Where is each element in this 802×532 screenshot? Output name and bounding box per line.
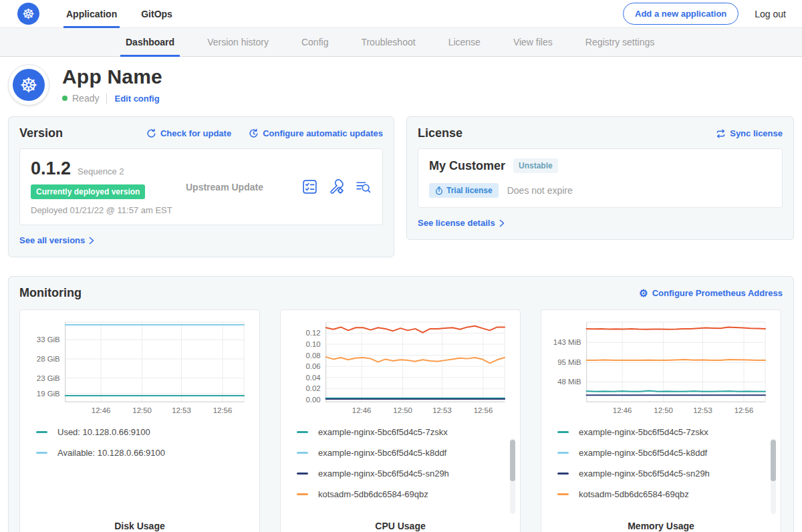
cpu-usage-chart-card: 0.120.100.080.060.040.020.0012:4612:5012… bbox=[280, 309, 521, 532]
app-avatar: ☸ bbox=[8, 64, 49, 106]
logout-button[interactable]: Log out bbox=[755, 9, 786, 19]
legend-item: Available: 10.128.0.66:9100 bbox=[36, 448, 253, 458]
status-text: Ready bbox=[72, 93, 99, 104]
svg-text:143 MiB: 143 MiB bbox=[553, 338, 581, 346]
svg-text:12:56: 12:56 bbox=[734, 406, 754, 414]
tab-view-files[interactable]: View files bbox=[513, 28, 553, 57]
svg-text:12:53: 12:53 bbox=[693, 406, 712, 414]
scrollbar-thumb[interactable] bbox=[771, 440, 776, 481]
schedule-clock-icon bbox=[249, 128, 259, 138]
legend-item: example-nginx-5bc6f5d4c5-k8ddf bbox=[557, 448, 774, 458]
svg-text:12:50: 12:50 bbox=[393, 406, 412, 414]
svg-text:12:50: 12:50 bbox=[132, 406, 152, 414]
legend-label: kotsadm-5db6dc6584-69qbz bbox=[579, 489, 689, 499]
kubernetes-logo-icon: ☸ bbox=[17, 3, 39, 25]
configure-automatic-updates-link[interactable]: Configure automatic updates bbox=[249, 128, 383, 138]
legend-color-dash bbox=[557, 493, 569, 495]
see-license-details-link[interactable]: See license details bbox=[418, 218, 505, 228]
edit-config-link[interactable]: Edit config bbox=[114, 94, 159, 104]
legend-color-dash bbox=[557, 473, 569, 475]
chevron-right-icon bbox=[89, 237, 94, 245]
legend-item: example-nginx-5bc6f5d4c5-sn29h bbox=[557, 469, 774, 479]
license-card: License Sync license My Customer Unstabl… bbox=[406, 116, 794, 240]
add-application-button[interactable]: Add a new application bbox=[623, 3, 739, 25]
svg-text:0.00: 0.00 bbox=[305, 396, 320, 404]
stopwatch-icon bbox=[435, 186, 443, 195]
gear-icon: ⚙ bbox=[639, 288, 648, 298]
tab-troubleshoot[interactable]: Troubleshoot bbox=[361, 28, 415, 57]
svg-text:0.06: 0.06 bbox=[305, 362, 320, 370]
divider bbox=[106, 94, 107, 104]
monitoring-section: Monitoring ⚙ Configure Prometheus Addres… bbox=[8, 276, 794, 532]
app-tabs-nav: Dashboard Version history Config Trouble… bbox=[0, 28, 802, 57]
check-for-update-link[interactable]: Check for update bbox=[146, 128, 231, 138]
cpu-usage-title: CPU Usage bbox=[287, 521, 513, 531]
status-ready-dot bbox=[62, 96, 68, 101]
svg-text:12:50: 12:50 bbox=[654, 406, 673, 414]
legend-color-dash bbox=[36, 452, 47, 454]
license-expiry-text: Does not expire bbox=[507, 185, 573, 196]
svg-text:12:53: 12:53 bbox=[432, 406, 452, 414]
legend-label: example-nginx-5bc6f5d4c5-7zskx bbox=[579, 427, 708, 437]
legend-item: example-nginx-5bc6f5d4c5-k8ddf bbox=[297, 448, 513, 458]
monitoring-title: Monitoring bbox=[19, 286, 82, 300]
svg-text:28 GiB: 28 GiB bbox=[37, 355, 60, 363]
see-all-versions-link[interactable]: See all versions bbox=[19, 235, 94, 245]
sync-arrows-icon bbox=[716, 129, 726, 138]
memory-usage-chart: 143 MiB95 MiB48 MiB12:4612:5012:5312:56 bbox=[548, 317, 774, 418]
svg-text:12:56: 12:56 bbox=[474, 406, 493, 414]
license-card-title: License bbox=[418, 126, 462, 140]
license-details-row: My Customer Unstable Trial license Does … bbox=[418, 148, 783, 208]
legend-color-dash bbox=[557, 431, 569, 433]
legend-scrollbar[interactable] bbox=[771, 438, 776, 514]
configure-prometheus-link[interactable]: ⚙ Configure Prometheus Address bbox=[639, 288, 783, 298]
chevron-right-icon bbox=[499, 219, 505, 227]
cpu-usage-legend: example-nginx-5bc6f5d4c5-7zskxexample-ng… bbox=[287, 427, 513, 510]
refresh-icon bbox=[146, 128, 156, 138]
disk-usage-chart-card: 33 GiB28 GiB23 GiB19 GiB12:4612:5012:531… bbox=[19, 309, 260, 532]
tab-config[interactable]: Config bbox=[301, 28, 328, 57]
customer-name: My Customer bbox=[429, 159, 505, 173]
svg-text:0.12: 0.12 bbox=[305, 329, 320, 337]
cpu-usage-chart: 0.120.100.080.060.040.020.0012:4612:5012… bbox=[287, 317, 513, 418]
kubernetes-app-icon: ☸ bbox=[13, 69, 45, 101]
legend-scrollbar[interactable] bbox=[510, 438, 515, 514]
svg-text:0.10: 0.10 bbox=[305, 340, 320, 348]
scrollbar-thumb[interactable] bbox=[510, 440, 515, 481]
tab-dashboard[interactable]: Dashboard bbox=[126, 28, 174, 57]
trial-license-badge: Trial license bbox=[429, 183, 499, 198]
legend-label: Available: 10.128.0.66:9100 bbox=[57, 448, 165, 458]
legend-label: example-nginx-5bc6f5d4c5-sn29h bbox=[579, 469, 710, 479]
legend-label: kotsadm-5db6dc6584-69qbz bbox=[318, 489, 428, 499]
legend-item: example-nginx-5bc6f5d4c5-7zskx bbox=[557, 427, 774, 437]
topnav-tab-gitops[interactable]: GitOps bbox=[141, 0, 172, 28]
disk-usage-title: Disk Usage bbox=[27, 521, 253, 531]
legend-item: kotsadm-5db6dc6584-69qbz bbox=[557, 489, 774, 499]
svg-text:12:56: 12:56 bbox=[213, 406, 233, 414]
memory-usage-chart-card: 143 MiB95 MiB48 MiB12:4612:5012:5312:56e… bbox=[541, 309, 781, 532]
disk-usage-chart: 33 GiB28 GiB23 GiB19 GiB12:4612:5012:531… bbox=[27, 317, 253, 418]
memory-usage-title: Memory Usage bbox=[548, 521, 774, 531]
deployed-timestamp: Deployed 01/21/22 @ 11:57 am EST bbox=[31, 205, 186, 215]
tab-license[interactable]: License bbox=[448, 28, 481, 57]
channel-badge: Unstable bbox=[513, 158, 558, 173]
legend-item: example-nginx-5bc6f5d4c5-sn29h bbox=[297, 469, 513, 479]
preflight-checks-icon[interactable] bbox=[301, 178, 318, 195]
currently-deployed-badge: Currently deployed version bbox=[31, 184, 145, 199]
config-wrench-icon[interactable] bbox=[328, 178, 345, 195]
legend-item: example-nginx-5bc6f5d4c5-7zskx bbox=[297, 427, 513, 437]
disk-usage-legend: Used: 10.128.0.66:9100Available: 10.128.… bbox=[27, 427, 253, 469]
sync-license-link[interactable]: Sync license bbox=[716, 128, 783, 138]
tab-registry-settings[interactable]: Registry settings bbox=[585, 28, 654, 57]
legend-label: example-nginx-5bc6f5d4c5-k8ddf bbox=[318, 448, 446, 458]
view-logs-search-icon[interactable] bbox=[355, 178, 372, 195]
legend-color-dash bbox=[297, 493, 308, 495]
tab-version-history[interactable]: Version history bbox=[207, 28, 269, 57]
app-header: ☸ App Name Ready Edit config bbox=[0, 57, 802, 106]
legend-color-dash bbox=[297, 452, 308, 454]
legend-color-dash bbox=[557, 452, 569, 454]
svg-text:12:46: 12:46 bbox=[92, 406, 111, 414]
top-nav: ☸ Application GitOps Add a new applicati… bbox=[0, 0, 802, 28]
version-number: 0.1.2 bbox=[31, 158, 71, 179]
topnav-tab-application[interactable]: Application bbox=[66, 0, 117, 28]
